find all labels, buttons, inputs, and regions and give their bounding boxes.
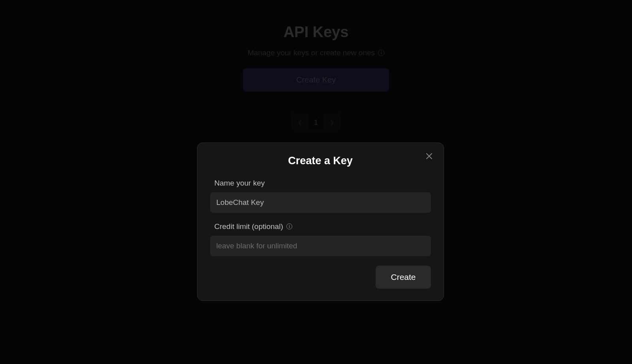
- credit-field-label: Credit limit (optional): [210, 222, 431, 231]
- credit-field-group: Credit limit (optional): [210, 222, 431, 256]
- close-icon: [426, 153, 432, 159]
- create-key-modal: Create a Key Name your key Credit limit …: [197, 143, 444, 301]
- modal-actions: Create: [210, 266, 431, 289]
- close-button[interactable]: [424, 151, 435, 162]
- svg-point-2: [289, 225, 290, 226]
- credit-field-label-text: Credit limit (optional): [214, 222, 283, 231]
- key-name-input[interactable]: [210, 192, 431, 213]
- svg-rect-3: [289, 226, 290, 228]
- create-button[interactable]: Create: [376, 266, 431, 289]
- name-field-label: Name your key: [210, 179, 431, 188]
- credit-limit-input[interactable]: [210, 236, 431, 256]
- name-field-group: Name your key: [210, 179, 431, 213]
- info-icon[interactable]: [286, 223, 292, 229]
- modal-overlay[interactable]: Create a Key Name your key Credit limit …: [0, 0, 632, 364]
- modal-title: Create a Key: [210, 155, 431, 167]
